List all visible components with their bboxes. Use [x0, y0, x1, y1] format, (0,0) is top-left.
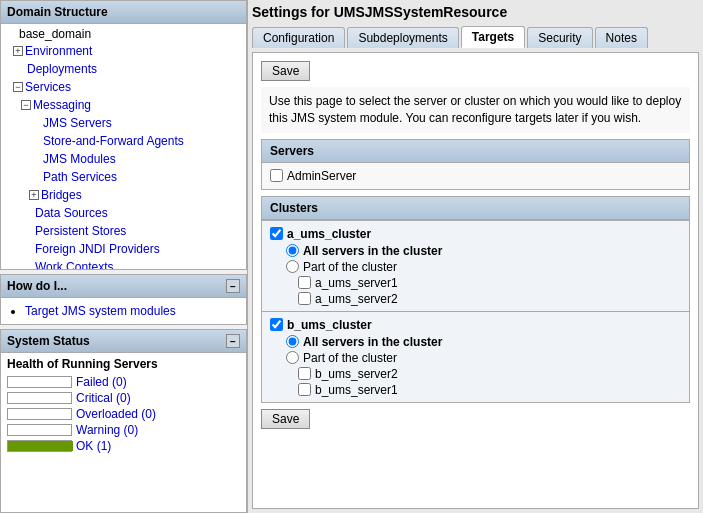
tree-item-data-sources[interactable]: Data Sources: [1, 204, 246, 222]
how-do-i-header[interactable]: How do I... −: [1, 275, 246, 298]
how-do-i-link[interactable]: Target JMS system modules: [25, 304, 176, 318]
system-status-title: System Status: [7, 334, 90, 348]
status-row: Failed (0): [7, 375, 240, 389]
status-bar-container: [7, 392, 72, 404]
save-button-top[interactable]: Save: [261, 61, 310, 81]
tree-item-jms-servers[interactable]: JMS Servers: [1, 114, 246, 132]
tab-notes[interactable]: Notes: [595, 27, 648, 48]
tree-item-bridges[interactable]: +Bridges: [1, 186, 246, 204]
cluster-server-checkbox[interactable]: [298, 383, 311, 396]
tree-link-environment[interactable]: Environment: [25, 43, 92, 59]
tree-item-deployments[interactable]: Deployments: [1, 60, 246, 78]
status-row: Overloaded (0): [7, 407, 240, 421]
system-status-collapse-btn[interactable]: −: [226, 334, 240, 348]
tree-link-data-sources[interactable]: Data Sources: [35, 205, 108, 221]
cluster-block-b_ums_cluster: b_ums_clusterAll servers in the clusterP…: [261, 312, 690, 403]
tree-link-messaging[interactable]: Messaging: [33, 97, 91, 113]
expand-icon[interactable]: +: [29, 190, 39, 200]
tree-link-services[interactable]: Services: [25, 79, 71, 95]
part-of-cluster-radio[interactable]: [286, 351, 299, 364]
cluster-server-row: a_ums_server1: [270, 275, 681, 291]
how-do-i-collapse-btn[interactable]: −: [226, 279, 240, 293]
tree-item-store-forward[interactable]: Store-and-Forward Agents: [1, 132, 246, 150]
tab-security[interactable]: Security: [527, 27, 592, 48]
all-servers-radio[interactable]: [286, 244, 299, 257]
cluster-row: a_ums_cluster: [270, 225, 681, 243]
system-status-header[interactable]: System Status −: [1, 330, 246, 353]
page-title: Settings for UMSJMSSystemResource: [252, 4, 699, 20]
tree-link-jms-servers[interactable]: JMS Servers: [43, 115, 112, 131]
server-row: AdminServer: [270, 167, 681, 185]
tree-link-bridges[interactable]: Bridges: [41, 187, 82, 203]
right-panel: Settings for UMSJMSSystemResource Config…: [248, 0, 703, 513]
collapse-icon[interactable]: −: [21, 100, 31, 110]
tree-link-path-services[interactable]: Path Services: [43, 169, 117, 185]
status-content: Health of Running Servers Failed (0)Crit…: [1, 353, 246, 459]
tab-subdeployments[interactable]: Subdeployments: [347, 27, 458, 48]
tree-item-path-services[interactable]: Path Services: [1, 168, 246, 186]
tab-targets[interactable]: Targets: [461, 26, 525, 48]
all-servers-radio-row: All servers in the cluster: [270, 334, 681, 350]
clusters-section: Clusters a_ums_clusterAll servers in the…: [261, 196, 690, 403]
status-subtitle: Health of Running Servers: [7, 357, 240, 371]
cluster-block-a_ums_cluster: a_ums_clusterAll servers in the clusterP…: [261, 220, 690, 312]
servers-section-content: AdminServer: [261, 163, 690, 190]
all-servers-label: All servers in the cluster: [303, 244, 442, 258]
status-bar-container: [7, 376, 72, 388]
tree-item-work-contexts[interactable]: Work Contexts: [1, 258, 246, 269]
tab-configuration[interactable]: Configuration: [252, 27, 345, 48]
collapse-icon[interactable]: −: [13, 82, 23, 92]
expand-icon[interactable]: +: [13, 46, 23, 56]
status-bar-fill: [8, 441, 73, 451]
cluster-server-row: b_ums_server1: [270, 382, 681, 398]
tree-item-services[interactable]: −Services: [1, 78, 246, 96]
domain-structure-header: Domain Structure: [1, 1, 246, 24]
status-row: Critical (0): [7, 391, 240, 405]
status-bar-container: [7, 440, 72, 452]
all-servers-label: All servers in the cluster: [303, 335, 442, 349]
cluster-name: a_ums_cluster: [287, 227, 371, 241]
system-status-panel: System Status − Health of Running Server…: [0, 329, 247, 513]
tree-link-jms-modules[interactable]: JMS Modules: [43, 151, 116, 167]
cluster-server-checkbox[interactable]: [298, 367, 311, 380]
cluster-checkbox[interactable]: [270, 318, 283, 331]
status-label[interactable]: OK (1): [76, 439, 111, 453]
cluster-server-label: b_ums_server2: [315, 367, 398, 381]
tree-link-persistent-stores[interactable]: Persistent Stores: [35, 223, 126, 239]
status-label[interactable]: Failed (0): [76, 375, 127, 389]
status-label[interactable]: Overloaded (0): [76, 407, 156, 421]
tree-item-jms-modules[interactable]: JMS Modules: [1, 150, 246, 168]
cluster-server-checkbox[interactable]: [298, 292, 311, 305]
save-button-bottom[interactable]: Save: [261, 409, 310, 429]
servers-section: Servers AdminServer: [261, 139, 690, 190]
status-label[interactable]: Critical (0): [76, 391, 131, 405]
servers-section-header: Servers: [261, 139, 690, 163]
part-of-cluster-radio[interactable]: [286, 260, 299, 273]
tree-link-foreign-jndi[interactable]: Foreign JNDI Providers: [35, 241, 160, 257]
tabs-row: ConfigurationSubdeploymentsTargetsSecuri…: [252, 26, 699, 48]
tree-link-store-forward[interactable]: Store-and-Forward Agents: [43, 133, 184, 149]
all-servers-radio[interactable]: [286, 335, 299, 348]
status-row: OK (1): [7, 439, 240, 453]
tree-item-messaging[interactable]: −Messaging: [1, 96, 246, 114]
server-checkbox[interactable]: [270, 169, 283, 182]
server-label: AdminServer: [287, 169, 356, 183]
cluster-server-row: b_ums_server2: [270, 366, 681, 382]
how-do-i-title: How do I...: [7, 279, 67, 293]
domain-tree: base_domain+EnvironmentDeployments−Servi…: [1, 24, 246, 269]
tab-content-area: Save Use this page to select the server …: [252, 52, 699, 509]
part-of-cluster-radio-row: Part of the cluster: [270, 259, 681, 275]
cluster-server-label: b_ums_server1: [315, 383, 398, 397]
tree-link-work-contexts[interactable]: Work Contexts: [35, 259, 113, 269]
info-text: Use this page to select the server or cl…: [261, 87, 690, 133]
cluster-server-checkbox[interactable]: [298, 276, 311, 289]
tree-item-foreign-jndi[interactable]: Foreign JNDI Providers: [1, 240, 246, 258]
tree-link-deployments[interactable]: Deployments: [27, 61, 97, 77]
tree-item-persistent-stores[interactable]: Persistent Stores: [1, 222, 246, 240]
part-of-cluster-label: Part of the cluster: [303, 351, 397, 365]
status-label[interactable]: Warning (0): [76, 423, 138, 437]
domain-structure-panel: Domain Structure base_domain+Environment…: [0, 0, 247, 270]
tree-item-environment[interactable]: +Environment: [1, 42, 246, 60]
all-servers-radio-row: All servers in the cluster: [270, 243, 681, 259]
cluster-checkbox[interactable]: [270, 227, 283, 240]
